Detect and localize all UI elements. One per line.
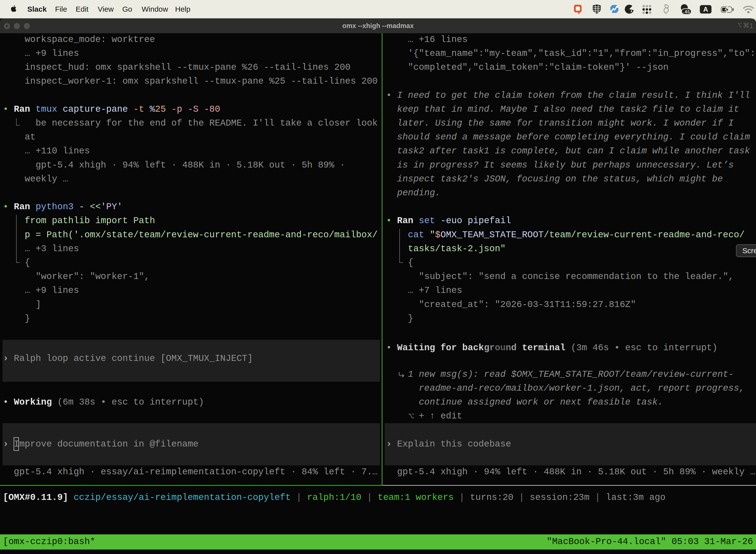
svg-text:A: A xyxy=(703,6,708,13)
svg-text:..61: ..61 xyxy=(683,9,690,14)
